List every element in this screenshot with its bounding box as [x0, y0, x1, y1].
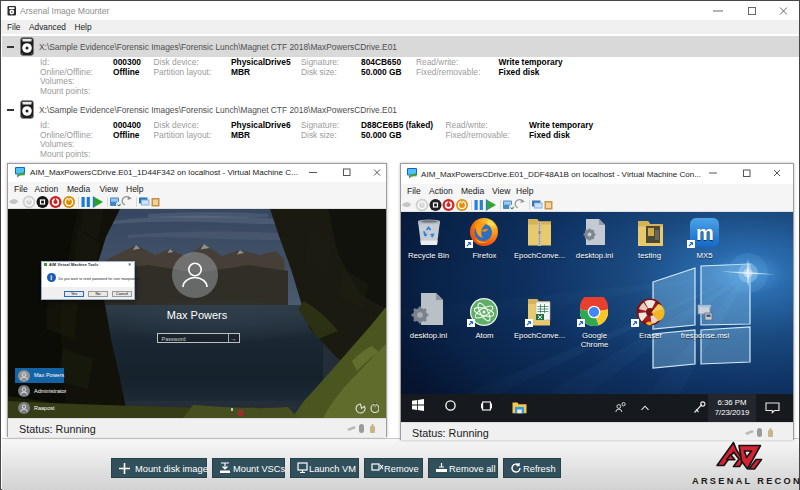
svg-text:m: m [696, 222, 714, 244]
svg-text:ARSENAL RECON: ARSENAL RECON [692, 476, 800, 486]
